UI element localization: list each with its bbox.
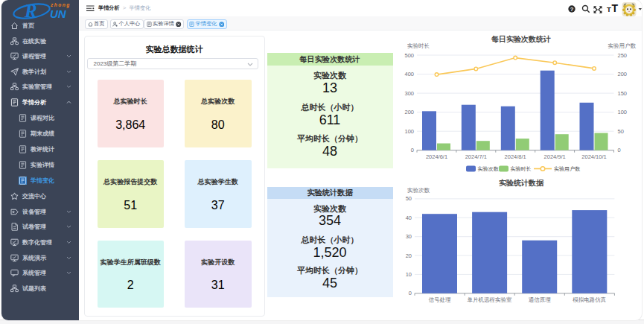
svg-text:0: 0 <box>409 290 412 296</box>
svg-text:100: 100 <box>618 109 628 115</box>
svg-text:500: 500 <box>404 52 414 59</box>
svg-text:10: 10 <box>406 271 412 278</box>
svg-text:模拟电路仿真: 模拟电路仿真 <box>573 296 606 303</box>
svg-text:实验用户数: 实验用户数 <box>608 42 637 49</box>
svg-text:40: 40 <box>406 215 412 221</box>
svg-text:zhong: zhong <box>50 2 71 8</box>
svg-text:100: 100 <box>404 128 414 135</box>
svg-text:0: 0 <box>618 147 621 153</box>
svg-text:通信原理: 通信原理 <box>529 296 552 303</box>
svg-text:实验用户数: 实验用户数 <box>554 166 581 172</box>
svg-text:2024/8/1: 2024/8/1 <box>505 153 526 160</box>
svg-text:300: 300 <box>404 90 414 97</box>
svg-text:150: 150 <box>618 90 628 97</box>
svg-text:每日实验次数统计: 每日实验次数统计 <box>491 35 551 43</box>
svg-text:200: 200 <box>618 71 628 77</box>
svg-text:400: 400 <box>404 71 414 77</box>
svg-text:20: 20 <box>406 252 412 259</box>
svg-text:信号处理: 信号处理 <box>429 296 452 303</box>
svg-text:实验时长: 实验时长 <box>407 42 430 49</box>
svg-text:200: 200 <box>404 109 414 115</box>
svg-text:2024/9/1: 2024/9/1 <box>544 153 566 160</box>
svg-text:2024/10/1: 2024/10/1 <box>581 153 606 160</box>
svg-text:实验次数: 实验次数 <box>407 187 430 194</box>
svg-text:单片机远程实验室: 单片机远程实验室 <box>468 296 513 303</box>
svg-text:0: 0 <box>411 147 414 153</box>
svg-text:2024/6/1: 2024/6/1 <box>426 153 447 160</box>
svg-text:250: 250 <box>618 52 628 59</box>
svg-text:30: 30 <box>406 233 412 240</box>
svg-text:?: ? <box>570 6 574 13</box>
svg-text:实验次数: 实验次数 <box>478 166 500 172</box>
svg-text:50: 50 <box>406 195 412 202</box>
svg-text:T: T <box>607 5 611 13</box>
svg-text:R: R <box>24 1 37 20</box>
svg-text:50: 50 <box>618 128 624 135</box>
svg-text:实验统计数据: 实验统计数据 <box>499 179 544 187</box>
svg-text:实验时长: 实验时长 <box>511 166 532 171</box>
svg-text:T: T <box>612 2 619 14</box>
svg-text:2024/7/1: 2024/7/1 <box>465 153 487 160</box>
